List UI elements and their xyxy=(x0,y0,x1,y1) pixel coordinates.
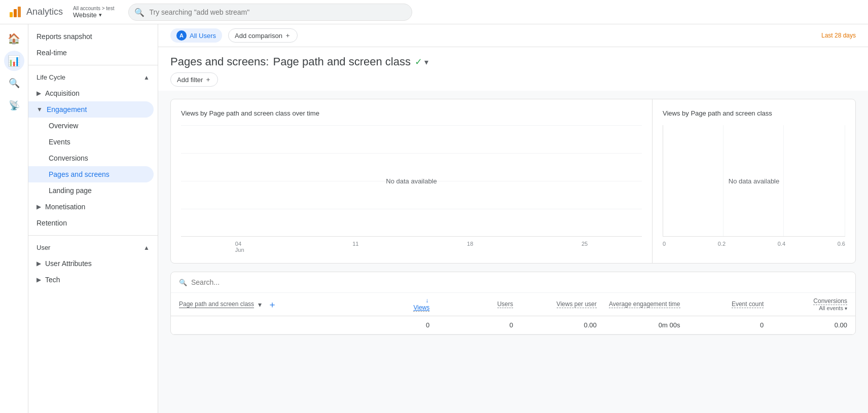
nav-icon-reports[interactable]: 📊 xyxy=(4,51,24,71)
table-search-input[interactable] xyxy=(191,278,847,286)
chart-right-area: No data available xyxy=(663,125,845,237)
all-users-badge[interactable]: A All Users xyxy=(170,28,222,43)
table-search: 🔍 xyxy=(171,272,855,293)
y-label-2: 0.2 xyxy=(718,241,726,247)
sidebar-item-reports-snapshot[interactable]: Reports snapshot xyxy=(28,28,154,45)
svg-rect-0 xyxy=(10,12,13,17)
th-dim-label: Page path and screen class xyxy=(179,301,254,308)
add-comparison-button[interactable]: Add comparison ＋ xyxy=(228,28,298,43)
account-name: Website xyxy=(73,11,114,19)
td-event-count: 0 xyxy=(680,321,764,329)
chart-left-xaxis: 04Jun 11 18 25 xyxy=(181,241,642,253)
th-event-count[interactable]: Event count xyxy=(680,301,764,308)
add-column-button[interactable]: ＋ xyxy=(268,298,277,311)
chart-left: Views by Page path and screen class over… xyxy=(171,99,653,263)
sidebar-item-pages-screens[interactable]: Pages and screens xyxy=(28,166,154,182)
th-views[interactable]: ↓Views xyxy=(346,297,430,312)
th-views-per-user[interactable]: Views per user xyxy=(513,301,597,308)
ga-logo-icon xyxy=(8,5,22,19)
search-icon: 🔍 xyxy=(134,7,144,17)
sidebar-item-label: Real-time xyxy=(37,49,67,57)
y-label-4: 0.6 xyxy=(838,241,845,247)
td-vpu-value: 0.00 xyxy=(584,321,596,329)
table-search-icon: 🔍 xyxy=(179,279,187,286)
sidebar-divider xyxy=(28,65,158,65)
nav-icon-explore[interactable]: 🔍 xyxy=(4,73,24,93)
th-users[interactable]: Users xyxy=(429,301,513,308)
logo: Analytics xyxy=(8,5,63,19)
chart-right-nodata: No data available xyxy=(729,177,779,184)
td-vpu: 0.00 xyxy=(513,321,597,329)
chart-left-nodata: No data available xyxy=(386,177,437,184)
sort-arrow: ↓ xyxy=(425,297,428,304)
expand-icon: ▶ xyxy=(37,203,41,210)
th-avg-engagement[interactable]: Average engagement time xyxy=(597,301,680,308)
sidebar-item-label: Tech xyxy=(45,276,60,284)
account-switcher[interactable]: All accounts > test Website xyxy=(73,6,114,19)
sidebar-nav: Reports snapshot Real-time Life Cycle ▲ … xyxy=(28,24,158,413)
search-bar: 🔍 xyxy=(128,4,412,21)
grid-line-4 xyxy=(181,209,642,209)
sidebar-icons: 🏠 📊 🔍 📡 xyxy=(0,24,28,413)
th-vpu-label: Views per user xyxy=(557,301,597,308)
add-icon: ＋ xyxy=(284,31,291,40)
td-users-value: 0 xyxy=(510,321,513,329)
dim-dropdown-icon[interactable]: ▾ xyxy=(258,301,262,309)
all-users-avatar: A xyxy=(176,30,187,41)
sidebar-item-landing-page[interactable]: Landing page xyxy=(28,182,154,199)
nav-icon-home[interactable]: 🏠 xyxy=(4,28,24,49)
sidebar-section-user[interactable]: User ▲ xyxy=(28,240,158,255)
x-label-3: 18 xyxy=(467,241,473,253)
x-label-2: 11 xyxy=(352,241,358,253)
sidebar-item-label: Events xyxy=(49,138,70,146)
title-dropdown[interactable]: ▾ xyxy=(424,57,428,67)
td-engagement-value: 0m 00s xyxy=(659,321,680,329)
sidebar-item-monetisation[interactable]: ▶ Monetisation xyxy=(28,199,154,215)
sidebar-item-events[interactable]: Events xyxy=(28,134,154,150)
sidebar-item-label: Overview xyxy=(49,122,78,130)
td-engagement: 0m 00s xyxy=(597,321,680,329)
table-row: 0 0 0.00 0m 00s 0 0.00 xyxy=(171,316,855,334)
chart-left-title: Views by Page path and screen class over… xyxy=(181,109,642,117)
table-header: Page path and screen class ▾ ＋ ↓Views Us… xyxy=(171,293,855,316)
th-conversions[interactable]: Conversions All events ▾ xyxy=(764,297,847,311)
vgrid-line-4 xyxy=(845,125,845,236)
conversions-dropdown-icon[interactable]: ▾ xyxy=(845,306,847,311)
sidebar-item-tech[interactable]: ▶ Tech xyxy=(28,272,154,288)
td-conversions: 0.00 xyxy=(764,321,847,329)
sidebar-item-engagement[interactable]: ▼ Engagement xyxy=(28,101,154,118)
sidebar-item-acquisition[interactable]: ▶ Acquisition xyxy=(28,85,154,101)
expand-icon: ▶ xyxy=(37,90,41,97)
sidebar-item-label: Monetisation xyxy=(45,203,85,211)
topbar: Analytics All accounts > test Website 🔍 xyxy=(0,0,868,24)
sidebar-divider-2 xyxy=(28,235,158,236)
x-label-4: 25 xyxy=(582,241,588,253)
th-ec-label: Event count xyxy=(732,301,764,308)
search-input[interactable] xyxy=(128,4,412,21)
grid-line-1 xyxy=(181,125,642,126)
sidebar-item-user-attributes[interactable]: ▶ User Attributes xyxy=(28,255,154,272)
nav-icon-advertising[interactable]: 📡 xyxy=(4,95,24,116)
sidebar-item-overview[interactable]: Overview xyxy=(28,118,154,134)
sidebar-item-label: User Attributes xyxy=(45,259,92,268)
svg-rect-2 xyxy=(18,7,21,17)
sidebar: Reports snapshot Real-time Life Cycle ▲ … xyxy=(28,24,158,413)
verified-icon: ✓ xyxy=(415,56,422,67)
td-views: 0 xyxy=(346,321,430,329)
sidebar-item-conversions[interactable]: Conversions xyxy=(28,150,154,166)
th-views-label: Views xyxy=(413,304,429,312)
td-users: 0 xyxy=(429,321,513,329)
chart-left-area: No data available xyxy=(181,125,642,237)
sidebar-item-real-time[interactable]: Real-time xyxy=(28,45,154,61)
verified-badge: ✓ ▾ xyxy=(415,56,428,67)
add-filter-button[interactable]: Add filter ＋ xyxy=(170,72,218,87)
app-name: Analytics xyxy=(26,7,63,17)
grid-line-2 xyxy=(181,153,642,154)
chart-right: Views by Page path and screen class No d… xyxy=(653,99,855,263)
sidebar-section-lifecycle[interactable]: Life Cycle ▲ xyxy=(28,69,158,85)
conversions-sub-text: All events xyxy=(819,305,843,311)
vgrid-line-3 xyxy=(783,125,784,236)
sidebar-item-label: Reports snapshot xyxy=(37,32,92,41)
sidebar-item-retention[interactable]: Retention xyxy=(28,215,154,231)
chart-right-title: Views by Page path and screen class xyxy=(663,109,845,117)
